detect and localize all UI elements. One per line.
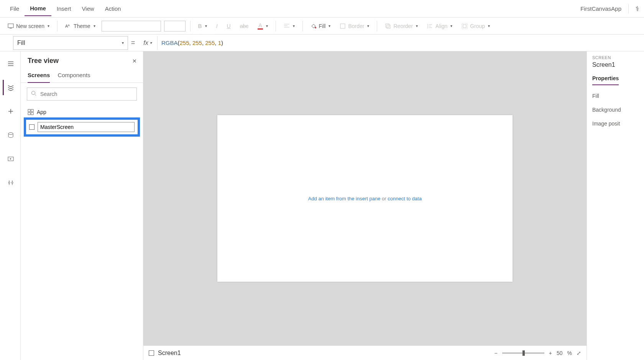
group-label: Group [470, 23, 485, 29]
tab-properties[interactable]: Properties [592, 73, 619, 85]
theme-label: Theme [74, 23, 90, 29]
svg-rect-16 [28, 112, 30, 115]
svg-rect-4 [340, 24, 345, 28]
prop-image-position[interactable]: Image posit [592, 117, 639, 130]
prop-object-name: Screen1 [592, 61, 639, 68]
prop-category: SCREEN [592, 55, 639, 60]
svg-point-9 [8, 133, 13, 135]
canvas-empty-message: Add an item from the insert pane or conn… [308, 196, 422, 201]
zoom-value: 50 [557, 350, 563, 356]
italic-button[interactable]: I [213, 21, 221, 31]
rail-hamburger[interactable] [3, 56, 18, 71]
chevron-down-icon: ▾ [266, 24, 268, 28]
property-select[interactable]: Fill ▾ [13, 36, 128, 50]
diagnostics-icon[interactable]: ⚕ [636, 5, 639, 13]
formula-arg: 255 [180, 40, 189, 46]
screen-rename-input[interactable] [38, 122, 135, 132]
fx-button[interactable]: fx▾ [138, 40, 157, 46]
svg-rect-8 [463, 25, 466, 28]
status-bar: Screen1 − + 50 % ⤢ [143, 345, 586, 360]
reorder-label: Reorder [393, 23, 413, 29]
svg-rect-17 [31, 112, 33, 115]
svg-point-11 [8, 182, 10, 183]
align-button[interactable]: Align ▾ [424, 21, 455, 31]
chevron-down-icon: ▾ [416, 24, 418, 28]
tree-node-app[interactable]: App [24, 107, 140, 117]
tab-components[interactable]: Components [58, 69, 90, 83]
tree-node-label: App [37, 109, 46, 115]
svg-rect-14 [28, 109, 30, 112]
app-name: FirstCanvasApp [580, 5, 621, 12]
fill-button[interactable]: Fill ▾ [307, 21, 334, 31]
formula-arg: 1 [218, 40, 221, 46]
rail-tree-view[interactable] [3, 80, 18, 95]
screen-icon [8, 23, 14, 29]
close-button[interactable]: ✕ [132, 58, 137, 64]
divider [190, 21, 191, 31]
chevron-down-icon: ▾ [48, 24, 49, 28]
group-button[interactable]: Group ▾ [458, 21, 493, 31]
left-rail [0, 51, 21, 360]
prop-fill[interactable]: Fill [592, 89, 639, 103]
canvas-msg-or: or [380, 196, 388, 201]
svg-rect-1 [10, 28, 12, 28]
svg-point-12 [12, 182, 13, 183]
rail-insert[interactable] [3, 104, 18, 119]
chevron-down-icon: ▾ [293, 24, 295, 28]
menu-insert[interactable]: Insert [51, 2, 77, 16]
formula-fn: RGBA [161, 40, 178, 46]
prop-background[interactable]: Background [592, 103, 639, 117]
tab-screens[interactable]: Screens [28, 69, 50, 83]
font-color-icon: A [258, 22, 263, 30]
text-align-button[interactable]: ▾ [281, 21, 298, 31]
menu-view[interactable]: View [76, 2, 99, 16]
chevron-down-icon: ▾ [150, 41, 152, 45]
tree-view-title: Tree view [28, 57, 59, 65]
connect-data-link[interactable]: connect to data [388, 196, 422, 201]
tree-search[interactable] [27, 88, 137, 101]
search-icon [31, 91, 36, 97]
bold-button[interactable]: B▾ [195, 21, 210, 31]
new-screen-button[interactable]: New screen ▾ [5, 21, 53, 31]
canvas-area: Add an item from the insert pane or conn… [143, 51, 586, 360]
reorder-button[interactable]: Reorder ▾ [382, 21, 421, 31]
property-name: Fill [17, 40, 25, 46]
rail-data[interactable] [3, 127, 18, 143]
canvas-artboard[interactable]: Add an item from the insert pane or conn… [217, 115, 513, 282]
svg-rect-6 [387, 25, 390, 28]
zoom-out-button[interactable]: − [495, 350, 498, 356]
insert-pane-link[interactable]: Add an item from the insert pane [308, 196, 381, 201]
tree-search-input[interactable] [39, 91, 133, 97]
svg-point-3 [315, 27, 316, 28]
divider [628, 4, 629, 13]
font-size-select[interactable] [164, 21, 186, 31]
tree-node-screen-editing[interactable] [24, 117, 140, 137]
border-button[interactable]: Border ▾ [337, 21, 372, 31]
screen-icon [29, 124, 34, 130]
rail-media[interactable] [3, 151, 18, 167]
zoom-in-button[interactable]: + [549, 350, 552, 356]
fit-screen-button[interactable]: ⤢ [577, 350, 581, 356]
align-icon [427, 23, 433, 29]
formula-input[interactable]: RGBA(255, 255, 255, 1) [157, 36, 644, 50]
menu-home[interactable]: Home [25, 1, 51, 16]
strike-button[interactable]: abc [237, 21, 252, 31]
zoom-slider[interactable] [502, 352, 544, 354]
fill-label: Fill [319, 23, 326, 29]
border-label: Border [348, 23, 364, 29]
ribbon: New screen ▾ Aª Theme ▾ B▾ I U abc A ▾ ▾… [0, 18, 644, 35]
formula-arg: 255 [205, 40, 215, 46]
font-color-button[interactable]: A ▾ [255, 21, 271, 31]
border-icon [340, 23, 346, 29]
rail-advanced[interactable] [3, 175, 18, 190]
menu-file[interactable]: File [5, 2, 25, 16]
menu-action[interactable]: Action [100, 2, 127, 16]
underline-button[interactable]: U [224, 21, 234, 31]
theme-button[interactable]: Aª Theme ▾ [62, 21, 99, 31]
chevron-down-icon: ▾ [450, 24, 452, 28]
font-family-select[interactable] [102, 21, 161, 31]
equals-label: = [128, 39, 138, 47]
zoom-pct: % [567, 350, 572, 356]
theme-icon: Aª [65, 23, 71, 29]
menu-bar: File Home Insert View Action FirstCanvas… [0, 0, 644, 18]
